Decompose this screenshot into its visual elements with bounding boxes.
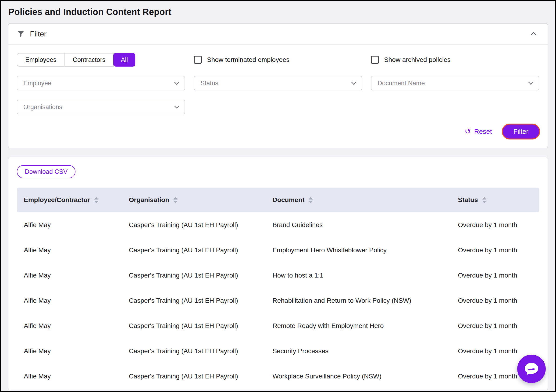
employee-cell: Alfie May [17, 238, 127, 263]
organisations-select[interactable]: Organisations [17, 100, 185, 114]
organisation-cell: Casper's Training (AU 1st EH Payroll) [127, 338, 270, 364]
column-label: Status [458, 196, 478, 204]
status-cell: Overdue by 1 month [456, 238, 539, 263]
employee-cell: Alfie May [17, 212, 127, 238]
document-name-select[interactable]: Document Name [371, 76, 539, 90]
chevron-down-icon [528, 80, 533, 85]
document-cell: Employment Hero Whistleblower Policy [270, 238, 456, 263]
filter-panel-header: Filter [8, 23, 548, 44]
employee-cell: Alfie May [17, 288, 127, 313]
column-header-status[interactable]: Status [456, 188, 539, 212]
organisation-cell: Casper's Training (AU 1st EH Payroll) [127, 313, 270, 338]
organisation-cell: Casper's Training (AU 1st EH Payroll) [127, 364, 270, 389]
filter-row-selects: Employee Status Document Name [17, 76, 539, 90]
document-cell: Security Processes [270, 338, 456, 364]
sort-icon[interactable] [173, 197, 178, 203]
employee-cell: Alfie May [17, 364, 127, 389]
chevron-down-icon [174, 80, 179, 85]
checkbox-icon[interactable] [194, 56, 202, 64]
reset-label: Reset [474, 128, 492, 136]
status-cell: Overdue by 1 month [456, 263, 539, 288]
table-row[interactable]: Alfie May Casper's Training (AU 1st EH P… [17, 313, 539, 338]
filter-button[interactable]: Filter [503, 124, 539, 138]
column-header-organisation[interactable]: Organisation [127, 188, 270, 212]
organisation-cell: Casper's Training (AU 1st EH Payroll) [127, 238, 270, 263]
select-placeholder: Organisations [23, 103, 62, 111]
tab-contractors[interactable]: Contractors [64, 53, 114, 67]
checkbox-label: Show terminated employees [207, 56, 289, 63]
document-cell: Brand Guidelines [270, 212, 456, 238]
table-body: Alfie May Casper's Training (AU 1st EH P… [17, 212, 539, 389]
download-csv-button[interactable]: Download CSV [17, 165, 76, 178]
table-row[interactable]: Alfie May Casper's Training (AU 1st EH P… [17, 288, 539, 313]
filter-row-toggles: Employees Contractors All Show terminate… [17, 53, 539, 67]
table-row[interactable]: Alfie May Casper's Training (AU 1st EH P… [17, 338, 539, 364]
collapse-panel-button[interactable] [528, 29, 539, 38]
column-label: Organisation [129, 196, 169, 204]
filter-panel: Filter Employees Contractors All Show te… [8, 23, 548, 148]
reset-button[interactable]: ↺ Reset [465, 128, 492, 136]
employee-select[interactable]: Employee [17, 76, 185, 90]
page-title: Policies and Induction Content Report [8, 7, 548, 17]
checkbox-icon[interactable] [371, 56, 379, 64]
filter-row-organisations: Organisations [17, 100, 539, 114]
show-archived-checkbox[interactable]: Show archived policies [371, 56, 451, 64]
filter-panel-body: Employees Contractors All Show terminate… [8, 45, 548, 148]
organisation-cell: Casper's Training (AU 1st EH Payroll) [127, 263, 270, 288]
document-cell: Rehabilitation and Return to Work Policy… [270, 288, 456, 313]
filter-actions: ↺ Reset Filter [17, 124, 539, 138]
table-row[interactable]: Alfie May Casper's Training (AU 1st EH P… [17, 238, 539, 263]
filter-funnel-icon [17, 30, 25, 38]
column-label: Document [272, 196, 304, 204]
table-row[interactable]: Alfie May Casper's Training (AU 1st EH P… [17, 212, 539, 238]
organisation-cell: Casper's Training (AU 1st EH Payroll) [127, 212, 270, 238]
document-cell: How to host a 1:1 [270, 263, 456, 288]
status-cell: Overdue by 1 month [456, 212, 539, 238]
column-label: Employee/Contractor [24, 196, 90, 204]
chevron-up-icon [531, 32, 536, 38]
tab-all[interactable]: All [113, 53, 135, 67]
sort-icon[interactable] [482, 197, 486, 203]
filter-panel-title: Filter [30, 30, 46, 38]
entity-type-segmented-control: Employees Contractors All [17, 53, 185, 67]
reset-icon: ↺ [465, 128, 471, 135]
status-cell: Overdue by 1 month [456, 313, 539, 338]
app-window: Policies and Induction Content Report Fi… [0, 0, 556, 392]
sort-icon[interactable] [94, 197, 98, 203]
select-placeholder: Document Name [378, 80, 425, 87]
report-panel: Download CSV Employee/Contractor Organis [8, 157, 548, 390]
document-cell: Remote Ready with Employment Hero [270, 313, 456, 338]
chevron-down-icon [351, 80, 356, 85]
status-cell: Overdue by 1 month [456, 288, 539, 313]
chevron-down-icon [174, 103, 179, 108]
table-row[interactable]: Alfie May Casper's Training (AU 1st EH P… [17, 263, 539, 288]
employee-cell: Alfie May [17, 338, 127, 364]
table-header-row: Employee/Contractor Organisation Documen… [17, 188, 539, 212]
status-select[interactable]: Status [194, 76, 362, 90]
checkbox-label: Show archived policies [384, 56, 451, 63]
chat-widget-button[interactable] [517, 355, 546, 383]
chat-bubble-icon [524, 362, 539, 375]
tab-employees[interactable]: Employees [17, 53, 65, 67]
select-placeholder: Employee [23, 80, 51, 87]
employee-cell: Alfie May [17, 313, 127, 338]
employee-cell: Alfie May [17, 263, 127, 288]
table-row[interactable]: Alfie May Casper's Training (AU 1st EH P… [17, 364, 539, 389]
show-terminated-checkbox[interactable]: Show terminated employees [194, 56, 289, 64]
column-header-document[interactable]: Document [270, 188, 456, 212]
column-header-employee-contractor[interactable]: Employee/Contractor [17, 188, 127, 212]
organisation-cell: Casper's Training (AU 1st EH Payroll) [127, 288, 270, 313]
sort-icon[interactable] [309, 197, 313, 203]
select-placeholder: Status [201, 80, 218, 87]
document-cell: Workplace Surveillance Policy (NSW) [270, 364, 456, 389]
report-table: Employee/Contractor Organisation Documen… [17, 188, 539, 389]
